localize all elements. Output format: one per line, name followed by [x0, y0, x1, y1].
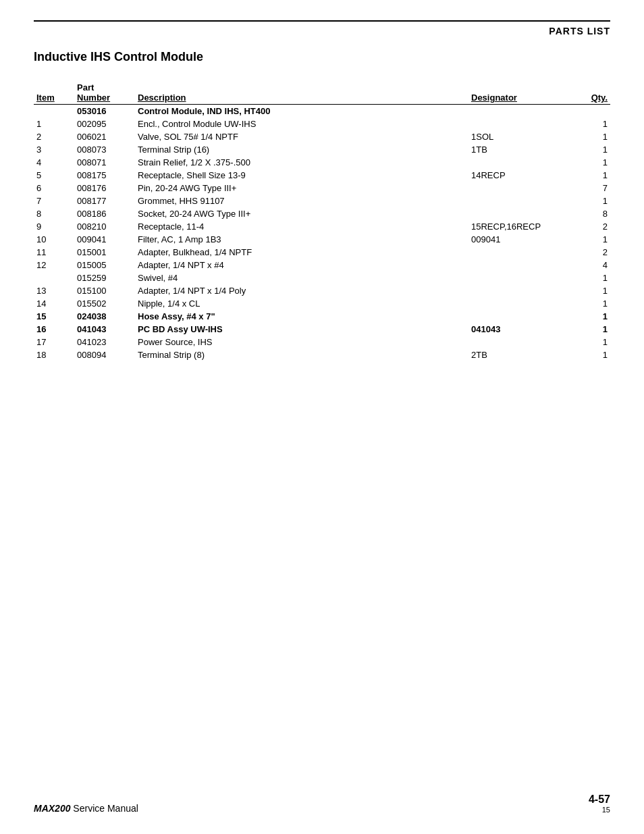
table-row: 8008186Socket, 20-24 AWG Type III+8: [34, 207, 610, 220]
cell-qty: 4: [576, 259, 610, 271]
table-row: 5008175Receptacle, Shell Size 13-914RECP…: [34, 169, 610, 182]
cell-item: 4: [34, 156, 74, 169]
cell-qty: 1: [576, 118, 610, 130]
cell-item: [34, 105, 74, 118]
cell-designator: [468, 105, 576, 118]
cell-designator: [468, 284, 576, 297]
footer-sub-num: 15: [589, 806, 610, 814]
cell-desc: Nipple, 1/4 x CL: [135, 297, 468, 310]
header-line: [34, 20, 610, 22]
cell-part: 008186: [74, 207, 135, 220]
cell-qty: 1: [576, 271, 610, 284]
cell-desc: Valve, SOL 75# 1/4 NPTF: [135, 130, 468, 143]
page-container: PARTS LIST Inductive IHS Control Module …: [0, 0, 644, 834]
footer-left: MAX200 Service Manual: [34, 803, 138, 814]
cell-qty: 1: [576, 284, 610, 297]
cell-desc: Terminal Strip (16): [135, 143, 468, 156]
table-row: 3008073Terminal Strip (16)1TB1: [34, 143, 610, 156]
cell-designator: 14RECP: [468, 169, 576, 182]
cell-qty: 1: [576, 297, 610, 310]
cell-part: 041043: [74, 323, 135, 336]
cell-item: [34, 271, 74, 284]
cell-part: 002095: [74, 118, 135, 130]
cell-item: 17: [34, 336, 74, 348]
cell-item: 2: [34, 130, 74, 143]
cell-item: 5: [34, 169, 74, 182]
cell-desc: Socket, 20-24 AWG Type III+: [135, 207, 468, 220]
cell-designator: [468, 271, 576, 284]
table-body: 053016Control Module, IND IHS, HT4001002…: [34, 105, 610, 362]
cell-part: 008177: [74, 194, 135, 207]
table-row: 17041023Power Source, IHS1: [34, 336, 610, 348]
table-row: 18008094Terminal Strip (8)2TB1: [34, 348, 610, 361]
cell-part: 015100: [74, 284, 135, 297]
footer-page-num: 4-57: [589, 793, 610, 806]
col-header-part: Part Number: [74, 80, 135, 105]
cell-item: 9: [34, 220, 74, 233]
cell-part: 008071: [74, 156, 135, 169]
cell-qty: 7: [576, 182, 610, 194]
cell-qty: [576, 105, 610, 118]
footer-manual-text: Service Manual: [70, 803, 138, 814]
cell-designator: [468, 182, 576, 194]
cell-item: 7: [34, 194, 74, 207]
cell-qty: 1: [576, 323, 610, 336]
cell-part: 015259: [74, 271, 135, 284]
cell-qty: 1: [576, 169, 610, 182]
col-header-qty: Qty.: [576, 80, 610, 105]
cell-desc: Receptacle, 11-4: [135, 220, 468, 233]
cell-item: 16: [34, 323, 74, 336]
cell-desc: Receptacle, Shell Size 13-9: [135, 169, 468, 182]
cell-item: 1: [34, 118, 74, 130]
cell-designator: [468, 336, 576, 348]
table-row: 14015502Nipple, 1/4 x CL1: [34, 297, 610, 310]
table-row: 053016Control Module, IND IHS, HT400: [34, 105, 610, 118]
cell-qty: 2: [576, 246, 610, 259]
cell-item: 13: [34, 284, 74, 297]
cell-item: 14: [34, 297, 74, 310]
cell-part: 041023: [74, 336, 135, 348]
section-title: Inductive IHS Control Module: [34, 50, 610, 64]
cell-designator: 2TB: [468, 348, 576, 361]
cell-desc: Filter, AC, 1 Amp 1B3: [135, 233, 468, 246]
cell-part: 009041: [74, 233, 135, 246]
table-row: 2006021Valve, SOL 75# 1/4 NPTF1SOL1: [34, 130, 610, 143]
cell-desc: Encl., Control Module UW-IHS: [135, 118, 468, 130]
cell-qty: 1: [576, 194, 610, 207]
cell-designator: [468, 310, 576, 323]
table-row: 13015100Adapter, 1/4 NPT x 1/4 Poly1: [34, 284, 610, 297]
cell-qty: 1: [576, 130, 610, 143]
cell-qty: 8: [576, 207, 610, 220]
cell-qty: 1: [576, 233, 610, 246]
table-row: 015259Swivel, #41: [34, 271, 610, 284]
table-row: 7008177Grommet, HHS 911071: [34, 194, 610, 207]
cell-designator: [468, 156, 576, 169]
footer-manual-bold: MAX200: [34, 803, 70, 814]
cell-desc: Control Module, IND IHS, HT400: [135, 105, 468, 118]
cell-item: 15: [34, 310, 74, 323]
cell-designator: 009041: [468, 233, 576, 246]
header-row: PARTS LIST: [34, 26, 610, 36]
cell-desc: Adapter, 1/4 NPT x 1/4 Poly: [135, 284, 468, 297]
cell-part: 053016: [74, 105, 135, 118]
cell-item: 8: [34, 207, 74, 220]
table-row: 16041043PC BD Assy UW-IHS0410431: [34, 323, 610, 336]
cell-qty: 1: [576, 143, 610, 156]
cell-designator: [468, 297, 576, 310]
cell-desc: Adapter, Bulkhead, 1/4 NPTF: [135, 246, 468, 259]
cell-designator: [468, 246, 576, 259]
page-title: PARTS LIST: [549, 26, 610, 36]
cell-desc: Power Source, IHS: [135, 336, 468, 348]
col-header-designator: Designator: [468, 80, 576, 105]
cell-desc: Hose Assy, #4 x 7": [135, 310, 468, 323]
cell-part: 024038: [74, 310, 135, 323]
table-row: 11015001Adapter, Bulkhead, 1/4 NPTF2: [34, 246, 610, 259]
cell-qty: 2: [576, 220, 610, 233]
cell-designator: 1TB: [468, 143, 576, 156]
cell-desc: Adapter, 1/4 NPT x #4: [135, 259, 468, 271]
cell-qty: 1: [576, 348, 610, 361]
cell-item: 6: [34, 182, 74, 194]
table-row: 6008176Pin, 20-24 AWG Type III+7: [34, 182, 610, 194]
cell-qty: 1: [576, 156, 610, 169]
cell-designator: 15RECP,16RECP: [468, 220, 576, 233]
